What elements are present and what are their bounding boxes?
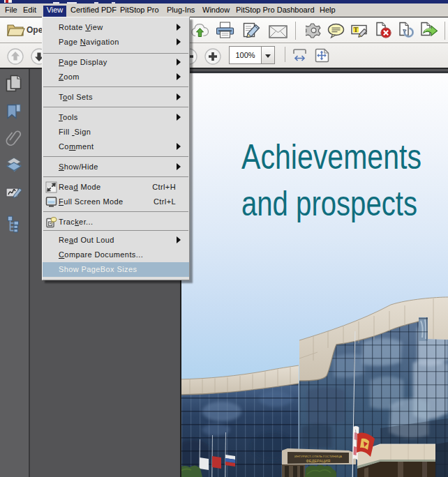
svg-text:ИНТУРИСТ-ОТЕЛЬ ГОСТИНИЦА: ИНТУРИСТ-ОТЕЛЬ ГОСТИНИЦА	[294, 455, 342, 458]
svg-text:and prospects: and prospects	[241, 184, 417, 223]
svg-text:ФЕДЕРАЦИЯ: ФЕДЕРАЦИЯ	[306, 459, 331, 463]
svg-text:Achievements: Achievements	[241, 137, 421, 176]
svg-text:T: T	[354, 26, 359, 33]
